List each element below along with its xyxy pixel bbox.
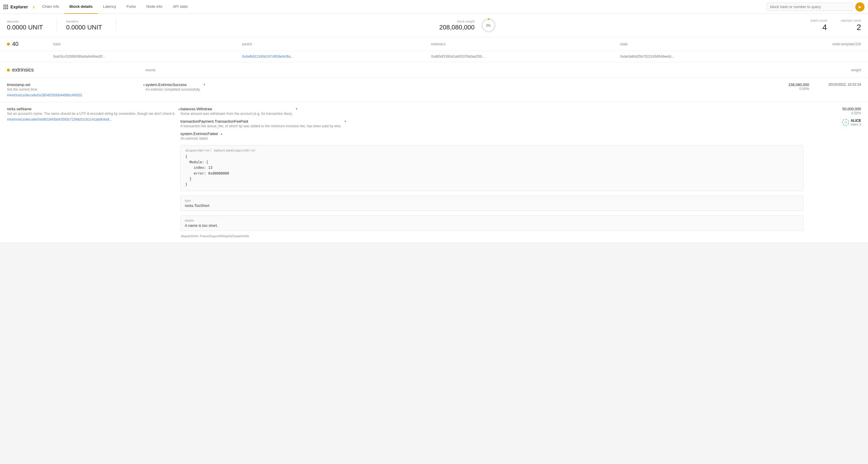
block-weight-group: block weight 208,080,000 0% — [125, 17, 811, 33]
search-button[interactable] — [855, 2, 865, 11]
event-toggle-failed[interactable]: ▲ — [220, 132, 223, 135]
extrinsic-count-stat: extrinsic count 2 — [841, 19, 861, 32]
stat-divider-1 — [57, 18, 57, 33]
extrinsic-desc-timestamp: Set the current time. — [7, 87, 140, 91]
stats-bar: deposits 0.0000 UNIT transfers 0.0000 UN… — [0, 14, 868, 37]
dispatch-error-box: dispatchError: SpRuntimeDispatchError { … — [180, 145, 803, 191]
details-value: A name is too short. — [185, 223, 799, 228]
extrinsic-info-timestamp: timestamp.set Set the current time. #/ex… — [7, 83, 140, 97]
extrinsics-title: extrinsics — [12, 67, 34, 73]
deposits-value: 0.0000 UNIT — [7, 24, 43, 31]
extrinsics-orange-dot — [7, 69, 10, 71]
event-item-success: system.ExtrinsicSuccess An extrinsic com… — [146, 83, 751, 91]
event-info-feepaid: transactionPayment.TransactionFeePaid A … — [180, 119, 341, 128]
tab-chain-info[interactable]: Chain info — [37, 0, 64, 14]
block-extrinsics-value: 0xd80df1593d1a935376b0ad250... — [431, 55, 620, 59]
event-header-failed: system.ExtrinsicFailed An extrinsic fail… — [180, 131, 803, 141]
col-parent-header: parent — [242, 42, 431, 46]
timestamp-col: 20/10/2022, 10:32:24 — [809, 83, 861, 87]
events-col-timestamp: system.ExtrinsicSuccess An extrinsic com… — [146, 83, 751, 91]
app-grid-icon[interactable] — [3, 5, 8, 9]
weight-val-nicks: 50,000,000 — [842, 107, 861, 111]
col-extrinsics-header: extrinsics — [431, 42, 620, 46]
event-info-failed: system.ExtrinsicFailed An extrinsic fail… — [180, 131, 218, 141]
events-col-nicks: balances.Withdraw Some amount was withdr… — [180, 107, 803, 238]
event-name-withdraw: balances.Withdraw — [180, 107, 293, 111]
alice-index: index 3 — [851, 123, 861, 126]
top-navigation: Explorer › Chain info Block details Late… — [0, 0, 868, 14]
event-desc-success: An extrinsic completed successfully. — [146, 87, 200, 91]
event-info-withdraw: balances.Withdraw Some amount was withdr… — [180, 107, 293, 116]
extrinsic-count-value: 2 — [857, 23, 861, 32]
tab-node-info[interactable]: Node info — [141, 0, 168, 14]
deposits-stat: deposits 0.0000 UNIT — [7, 20, 47, 31]
block-weight-inner: block weight 208,080,000 — [439, 20, 474, 31]
event-toggle-feepaid[interactable]: ▼ — [344, 120, 347, 123]
nav-tabs: Chain info Block details Latency Forks N… — [37, 0, 767, 14]
event-desc-withdraw: Some amount was withdrawn from the accou… — [180, 112, 293, 116]
extrinsic-link-nicks[interactable]: #/extrinsics/decode/0xb9018400d43593c715… — [7, 118, 175, 122]
col-state-header: state — [620, 42, 809, 46]
event-count-label: event count — [811, 19, 827, 22]
dispatch-info-label: dispatchInfo: FrameSupportWeightsDispatc… — [180, 234, 803, 238]
extrinsic-dropdown-nicks[interactable]: ▼ — [178, 108, 180, 111]
col-hash-header: hash — [53, 42, 242, 46]
block-weight-value: 208,080,000 — [439, 24, 474, 31]
block-weight-label: block weight — [457, 20, 475, 23]
weight-val-timestamp: 158,080,000 — [788, 83, 809, 87]
alice-info: ALICE index 3 — [851, 119, 861, 126]
alice-icon: ⬡ — [842, 119, 849, 126]
event-info-success: system.ExtrinsicSuccess An extrinsic com… — [146, 83, 200, 91]
failed-expanded-section: dispatchError: SpRuntimeDispatchError { … — [180, 142, 803, 238]
event-name-success: system.ExtrinsicSuccess — [146, 83, 200, 87]
event-count-stat: event count 4 — [811, 19, 827, 32]
extrinsic-count-label: extrinsic count — [841, 19, 861, 22]
event-count-value: 4 — [823, 23, 827, 32]
event-item-withdraw: balances.Withdraw Some amount was withdr… — [180, 107, 803, 116]
block-state-value: 0xde0a90d25b70221658546ee0c... — [620, 55, 809, 59]
transfers-label: transfers — [66, 20, 79, 23]
weight-entry-timestamp: 158,080,000 0.00% — [788, 83, 809, 91]
timestamp-value: 20/10/2022, 10:32:24 — [829, 83, 861, 87]
search-input[interactable] — [767, 3, 853, 11]
tab-block-details[interactable]: Block details — [64, 0, 98, 14]
alice-badge: ⬡ ALICE index 3 — [842, 119, 861, 126]
extrinsic-name-nicks: nicks.setName — [7, 107, 175, 111]
extrinsic-row-nicks: nicks.setName Set an account's name. The… — [0, 102, 868, 243]
weight-pct-timestamp: 0.00% — [799, 87, 809, 91]
extrinsic-left-timestamp: timestamp.set Set the current time. #/ex… — [7, 83, 146, 97]
extrinsics-title-group: extrinsics — [7, 67, 146, 73]
extrinsic-dropdown-timestamp[interactable]: ▼ — [143, 84, 146, 87]
block-data-row: 0xdc5cc520f69389a6a8446ed2f... 0x0efb912… — [0, 51, 868, 62]
event-name-failed: system.ExtrinsicFailed — [180, 131, 218, 136]
event-desc-failed: An extrinsic failed. — [180, 136, 218, 141]
tab-api-stats[interactable]: API stats — [168, 0, 193, 14]
event-item-feepaid: transactionPayment.TransactionFeePaid A … — [180, 119, 803, 128]
details-box: details A name is too short. — [180, 216, 803, 231]
orange-dot — [7, 43, 10, 45]
details-label: details — [185, 219, 799, 222]
event-toggle-success[interactable]: ▼ — [203, 83, 206, 86]
extrinsic-link-timestamp[interactable]: #/extrinsics/decode/0x280402000b4498bcf4… — [7, 93, 140, 97]
event-header-success: system.ExtrinsicSuccess An extrinsic com… — [146, 83, 751, 91]
right-stats: event count 4 extrinsic count 2 — [811, 19, 861, 32]
type-label: type — [185, 199, 799, 202]
extrinsic-info-nicks: nicks.setName Set an account's name. The… — [7, 107, 175, 122]
block-parent-value[interactable]: 0x0efb912160d197cf659e9cf8a... — [242, 55, 431, 59]
extrinsic-left-nicks: nicks.setName Set an account's name. The… — [7, 107, 180, 122]
nav-arrow: › — [33, 4, 35, 10]
event-desc-feepaid: A transaction fee actual_fee, of which t… — [180, 124, 341, 128]
dispatch-error-label: dispatchError: SpRuntimeDispatchError — [185, 149, 799, 152]
alice-name: ALICE — [851, 119, 861, 123]
extrinsic-name-timestamp: timestamp.set — [7, 83, 140, 87]
col-weight-header: weight — [803, 68, 861, 72]
event-toggle-withdraw[interactable]: ▼ — [295, 107, 298, 111]
tab-forks[interactable]: Forks — [121, 0, 141, 14]
event-header-withdraw: balances.Withdraw Some amount was withdr… — [180, 107, 803, 116]
type-value: nicks.TooShort — [185, 204, 799, 208]
block-hash-value: 0xdc5cc520f69389a6a8446ed2f... — [53, 55, 242, 59]
event-name-feepaid: transactionPayment.TransactionFeePaid — [180, 119, 341, 124]
tab-latency[interactable]: Latency — [98, 0, 122, 14]
type-box: type nicks.TooShort — [180, 196, 803, 211]
block-header-row: 40 hash parent extrinsics state node-tem… — [0, 37, 868, 51]
